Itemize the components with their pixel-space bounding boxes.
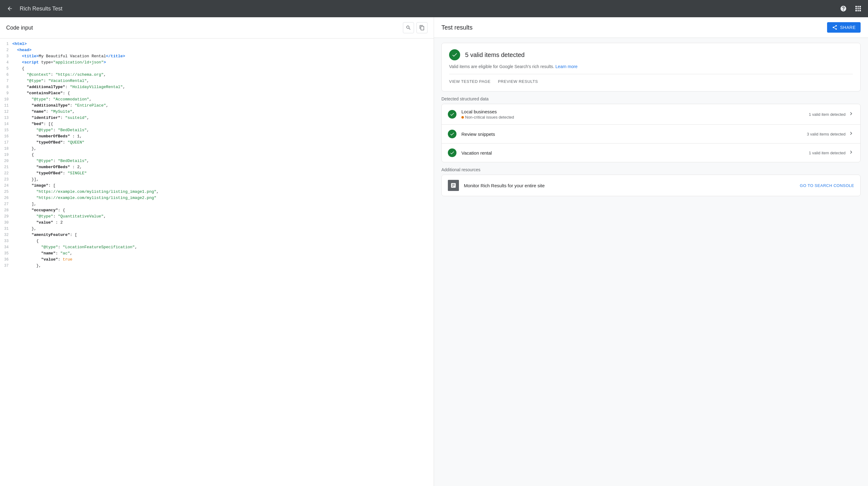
code-line: 32 "amenityFeature": [ — [0, 232, 434, 238]
item-valid-count: 3 valid items detected — [807, 132, 845, 137]
code-line: 36 "value": true — [0, 257, 434, 263]
tab-view-tested-page[interactable]: VIEW TESTED PAGE — [449, 78, 491, 85]
summary-card: 5 valid items detected Valid items are e… — [441, 43, 861, 91]
item-row-vacation-rental[interactable]: Vacation rental 1 valid item detected — [442, 144, 860, 162]
search-console-link[interactable]: GO TO SEARCH CONSOLE — [800, 183, 854, 188]
code-line: 35 "name": "ac", — [0, 250, 434, 257]
item-name: Local businesses — [461, 109, 809, 114]
code-line: 20 "@type": "BedDetails", — [0, 158, 434, 164]
code-line: 8 "additionalType": "HolidayVillageRenta… — [0, 84, 434, 90]
code-line: 24 "image": [ — [0, 183, 434, 189]
resource-row: Monitor Rich Results for your entire sit… — [442, 175, 860, 196]
code-line: 11 "additionalType": "EntirePlace", — [0, 103, 434, 109]
resources-section: Additional resources Monitor Rich Result… — [441, 167, 861, 196]
detected-section: Detected structured data Local businesse… — [441, 96, 861, 162]
item-row-review-snippets[interactable]: Review snippets 3 valid items detected — [442, 125, 860, 144]
main-layout: Code input 1 <html> — [0, 17, 868, 486]
item-valid-icon — [448, 148, 457, 157]
item-name: Review snippets — [461, 132, 807, 137]
item-status-warning: Non-critical issues detected — [461, 115, 809, 119]
code-panel-title: Code input — [6, 25, 33, 31]
code-line: 14 "bed": [{ — [0, 121, 434, 127]
app-title: Rich Results Test — [20, 5, 834, 12]
results-panel: Test results SHARE 5 valid items detecte… — [434, 17, 868, 486]
code-line: 22 "typeOfBed": "SINGLE" — [0, 170, 434, 176]
code-line: 34 "@type": "LocationFeatureSpecificatio… — [0, 244, 434, 250]
search-button[interactable] — [403, 22, 414, 33]
detected-items-card: Local businesses Non-critical issues det… — [441, 104, 861, 162]
topbar-actions — [838, 4, 863, 13]
resources-card: Monitor Rich Results for your entire sit… — [441, 175, 861, 196]
code-line: 6 "@context": "https://schema.org", — [0, 72, 434, 78]
code-line: 17 "typeOfBed": "QUEEN" — [0, 140, 434, 146]
code-line: 37 }, — [0, 263, 434, 269]
code-line: 13 "identifier": "suiteid", — [0, 115, 434, 121]
code-line: 19 { — [0, 152, 434, 158]
code-line: 10 "@type": "Accommodation", — [0, 96, 434, 103]
code-line: 29 "@type": "QuantitativeValue", — [0, 213, 434, 220]
code-line: 7 "@type": "VacationRental", — [0, 78, 434, 84]
code-panel-actions — [403, 22, 428, 33]
code-line: 18 }, — [0, 146, 434, 152]
code-line: 33 { — [0, 238, 434, 244]
results-title: Test results — [441, 24, 472, 31]
item-info: Vacation rental — [461, 150, 809, 155]
help-icon[interactable] — [838, 4, 848, 13]
summary-description: Valid items are eligible for Google Sear… — [449, 64, 853, 69]
code-line: 12 "name": "MySuite", — [0, 109, 434, 115]
code-panel: Code input 1 <html> — [0, 17, 434, 486]
item-valid-count: 1 valid item detected — [809, 151, 845, 155]
code-line: 30 "value" : 2 — [0, 220, 434, 226]
code-line: 21 "numberOfBeds" : 2, — [0, 164, 434, 170]
code-line: 16 "numberOfBeds" : 1, — [0, 133, 434, 140]
waffle-icon[interactable] — [853, 4, 863, 13]
code-line: 3 <title>My Beautiful Vacation Rental</t… — [0, 53, 434, 59]
code-line: 27 ], — [0, 201, 434, 207]
results-content: 5 valid items detected Valid items are e… — [434, 38, 868, 201]
share-button[interactable]: SHARE — [827, 22, 861, 33]
valid-check-icon — [449, 49, 460, 60]
item-valid-icon — [448, 110, 457, 119]
item-info: Local businesses Non-critical issues det… — [461, 109, 809, 119]
code-line: 15 "@type": "BedDetails", — [0, 127, 434, 133]
item-valid-icon — [448, 130, 457, 138]
summary-top: 5 valid items detected — [449, 49, 853, 60]
copy-button[interactable] — [416, 22, 428, 33]
item-row-local-businesses[interactable]: Local businesses Non-critical issues det… — [442, 104, 860, 125]
chevron-right-icon — [848, 130, 854, 138]
item-warning-text: Non-critical issues detected — [465, 115, 514, 119]
code-line: 25 "https://example.com/mylisting/listin… — [0, 189, 434, 195]
code-line: 4 <script type="application/ld+json"> — [0, 59, 434, 66]
code-line: 28 "occupancy": { — [0, 207, 434, 213]
search-console-icon — [448, 180, 459, 191]
item-valid-count: 1 valid item detected — [809, 112, 845, 117]
summary-tabs: VIEW TESTED PAGE PREVIEW RESULTS — [449, 74, 853, 85]
code-line: 9 "containsPlace": { — [0, 90, 434, 96]
code-panel-header: Code input — [0, 17, 434, 38]
back-button[interactable] — [5, 4, 15, 13]
code-line: 26 "https://example.com/mylisting/listin… — [0, 195, 434, 201]
results-header: Test results SHARE — [434, 17, 868, 38]
valid-count: 5 valid items detected — [465, 52, 525, 59]
code-line: 23 }], — [0, 176, 434, 183]
item-info: Review snippets — [461, 132, 807, 137]
warning-dot-icon — [461, 116, 464, 119]
share-label: SHARE — [840, 25, 856, 30]
code-line: 2 <head> — [0, 47, 434, 53]
learn-more-link[interactable]: Learn more — [556, 64, 578, 69]
topbar: Rich Results Test — [0, 0, 868, 17]
chevron-right-icon — [848, 111, 854, 118]
detected-label: Detected structured data — [441, 96, 861, 101]
item-name: Vacation rental — [461, 150, 809, 155]
resource-name: Monitor Rich Results for your entire sit… — [464, 183, 795, 188]
code-line: 1 <html> — [0, 41, 434, 47]
code-line: 31 }, — [0, 226, 434, 232]
chevron-right-icon — [848, 149, 854, 157]
tab-preview-results[interactable]: PREVIEW RESULTS — [498, 78, 538, 85]
code-line: 5 { — [0, 66, 434, 72]
resources-label: Additional resources — [441, 167, 861, 172]
code-editor[interactable]: 1 <html> 2 <head> 3 <title>My Beautiful … — [0, 38, 434, 486]
